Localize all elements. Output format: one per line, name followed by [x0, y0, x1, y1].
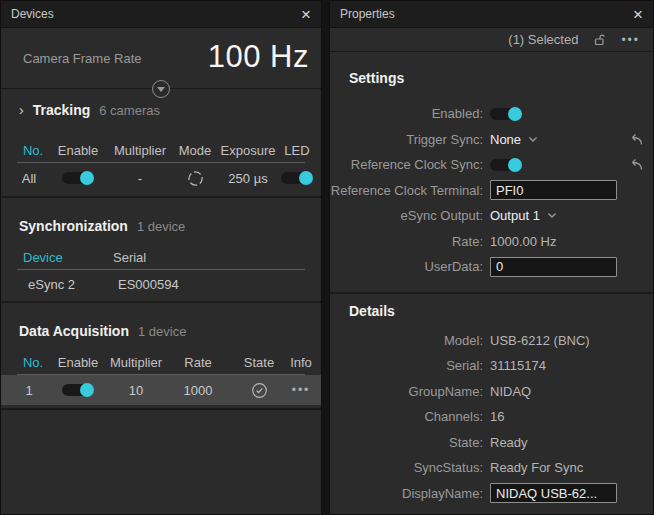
model-row: Model: USB-6212 (BNC): [330, 328, 653, 354]
synchronization-label: Synchronization: [19, 218, 128, 234]
expand-frame-rate-button[interactable]: [152, 80, 170, 98]
col-info[interactable]: Info: [287, 355, 315, 370]
synchronization-count: 1 device: [137, 219, 185, 234]
camera-led-toggle[interactable]: [281, 172, 313, 184]
col-no[interactable]: No.: [17, 355, 49, 370]
serial-label: Serial:: [330, 358, 490, 373]
col-serial[interactable]: Serial: [107, 250, 305, 265]
synchronization-table-header: Device Serial: [17, 246, 305, 270]
rate-row: Rate: 1000.00 Hz: [330, 229, 653, 255]
esync-output-label: eSync Output:: [330, 208, 490, 223]
state-value: Ready: [490, 435, 528, 450]
esync-serial: ES000594: [107, 277, 305, 292]
devices-titlebar: Devices ×: [1, 1, 321, 28]
rate-value: 1000.00 Hz: [490, 234, 557, 249]
trigger-sync-row: Trigger Sync: None: [330, 127, 653, 153]
synchronization-section-header: Synchronization 1 device: [1, 198, 321, 238]
camera-mode-icon[interactable]: [187, 170, 204, 187]
daq-device-row[interactable]: 1 10 1000 •••: [1, 375, 321, 405]
chevron-down-icon: [157, 87, 165, 92]
groupname-row: GroupName: NIDAQ: [330, 379, 653, 405]
camera-frame-rate-section: Camera Frame Rate 100 Hz: [1, 28, 321, 89]
settings-section-header: Settings: [330, 70, 653, 92]
col-enable[interactable]: Enable: [49, 355, 107, 370]
daq-row-rate: 1000: [165, 383, 231, 398]
reference-clock-sync-row: Reference Clock Sync:: [330, 152, 653, 178]
serial-value: 31115174: [490, 358, 546, 373]
devices-panel-title: Devices: [11, 7, 54, 21]
trigger-sync-dropdown[interactable]: None: [490, 132, 521, 147]
synchronization-table: Device Serial eSync 2 ES000594: [17, 246, 305, 298]
close-icon[interactable]: ×: [301, 6, 311, 23]
chevron-down-icon[interactable]: [528, 136, 538, 143]
esync-device-name: eSync 2: [17, 277, 107, 292]
details-rows: Model: USB-6212 (BNC) Serial: 31115174 G…: [330, 328, 653, 507]
channels-row: Channels: 16: [330, 404, 653, 430]
daq-enable-toggle[interactable]: [62, 384, 94, 396]
overflow-menu-icon[interactable]: •••: [621, 33, 640, 47]
col-exposure[interactable]: Exposure: [217, 143, 279, 158]
esync-output-dropdown[interactable]: Output 1: [490, 208, 540, 223]
close-icon[interactable]: ×: [633, 6, 643, 23]
syncstatus-value: Ready For Sync: [490, 460, 583, 475]
col-mode[interactable]: Mode: [173, 143, 217, 158]
section-divider: [330, 292, 653, 294]
camera-frame-rate-value[interactable]: 100 Hz: [208, 39, 309, 75]
camera-all-row[interactable]: All - 250 µs: [9, 163, 313, 193]
state-row: State: Ready: [330, 430, 653, 456]
col-enable[interactable]: Enable: [49, 143, 107, 158]
esync-row[interactable]: eSync 2 ES000594: [17, 270, 305, 298]
displayname-label: DisplayName:: [330, 486, 490, 501]
properties-toolbar: (1) Selected •••: [330, 28, 653, 52]
camera-row-multiplier: -: [107, 171, 173, 186]
groupname-value: NIDAQ: [490, 384, 531, 399]
data-acquisition-section-header: Data Acquisition 1 device: [1, 303, 321, 343]
daq-table-header: No. Enable Multiplier Rate State Info: [17, 351, 305, 375]
enabled-toggle[interactable]: [490, 108, 522, 120]
reset-button[interactable]: [630, 158, 644, 171]
model-value: USB-6212 (BNC): [490, 333, 590, 348]
channels-value: 16: [490, 409, 504, 424]
col-no[interactable]: No.: [17, 143, 49, 158]
camera-row-no: All: [9, 171, 49, 186]
properties-titlebar: Properties ×: [330, 1, 653, 28]
devices-panel: Devices × Camera Frame Rate 100 Hz › Tra…: [0, 0, 322, 515]
col-multiplier[interactable]: Multiplier: [107, 355, 165, 370]
camera-table-header: No. Enable Multiplier Mode Exposure LED: [17, 139, 305, 163]
userdata-label: UserData:: [330, 259, 490, 274]
chevron-down-icon[interactable]: [547, 212, 557, 219]
state-label: State:: [330, 435, 490, 450]
reference-clock-sync-label: Reference Clock Sync:: [330, 157, 490, 172]
properties-panel: Properties × (1) Selected ••• Settings E…: [329, 0, 654, 515]
col-led[interactable]: LED: [279, 143, 315, 158]
col-state[interactable]: State: [231, 355, 287, 370]
reset-icon: [630, 158, 644, 171]
reference-clock-sync-toggle[interactable]: [490, 159, 522, 171]
camera-row-exposure[interactable]: 250 µs: [217, 171, 279, 186]
selection-count: (1) Selected: [508, 32, 578, 47]
col-device[interactable]: Device: [17, 250, 107, 265]
reference-clock-terminal-input[interactable]: [490, 180, 617, 200]
chevron-right-icon: ›: [19, 102, 24, 118]
daq-row-no: 1: [9, 383, 49, 398]
reset-button[interactable]: [630, 133, 644, 146]
serial-row: Serial: 31115174: [330, 353, 653, 379]
camera-enable-toggle[interactable]: [62, 172, 94, 184]
reference-clock-terminal-label: Reference Clock Terminal:: [330, 183, 490, 198]
channels-label: Channels:: [330, 409, 490, 424]
userdata-row: UserData:: [330, 254, 653, 280]
properties-panel-title: Properties: [340, 7, 395, 21]
syncstatus-label: SyncStatus:: [330, 460, 490, 475]
daq-row-multiplier: 10: [107, 383, 165, 398]
info-ellipsis-icon[interactable]: •••: [287, 383, 315, 397]
enabled-row: Enabled:: [330, 101, 653, 127]
col-rate[interactable]: Rate: [165, 355, 231, 370]
col-multiplier[interactable]: Multiplier: [107, 143, 173, 158]
state-ok-icon[interactable]: [251, 382, 268, 399]
data-acquisition-count: 1 device: [138, 324, 186, 339]
displayname-input[interactable]: [490, 483, 617, 503]
userdata-input[interactable]: [490, 257, 617, 277]
model-label: Model:: [330, 333, 490, 348]
unlock-icon[interactable]: [593, 33, 606, 46]
settings-rows: Enabled: Trigger Sync: None Reference Cl…: [330, 101, 653, 280]
